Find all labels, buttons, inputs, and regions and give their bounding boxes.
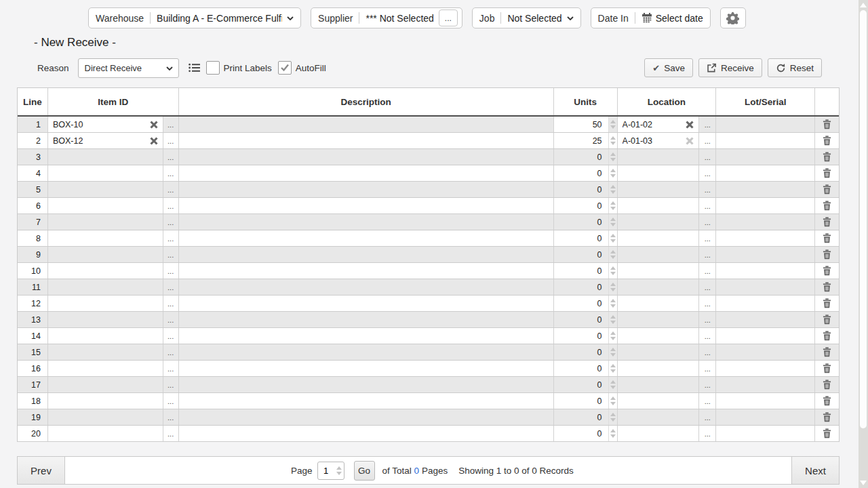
item-id-input[interactable] xyxy=(48,312,163,327)
units-spinner[interactable] xyxy=(608,263,618,279)
autofill-checkbox[interactable] xyxy=(278,61,292,75)
description-input[interactable] xyxy=(179,409,553,425)
description-input[interactable] xyxy=(179,328,553,344)
item-id-input[interactable] xyxy=(48,198,163,214)
spin-down-icon[interactable] xyxy=(610,288,616,291)
description-input[interactable] xyxy=(179,377,553,392)
spin-up-icon[interactable] xyxy=(610,413,616,416)
lot-serial-input[interactable] xyxy=(716,279,814,295)
spin-down-icon[interactable] xyxy=(610,190,616,194)
location-browse-button[interactable]: ... xyxy=(699,230,716,246)
lot-serial-input[interactable] xyxy=(716,247,814,262)
units-spinner[interactable] xyxy=(608,149,618,165)
description-input[interactable] xyxy=(179,165,553,181)
delete-row-button[interactable] xyxy=(815,361,839,376)
units-spinner[interactable] xyxy=(608,117,618,132)
item-browse-button[interactable]: ... xyxy=(163,133,179,148)
units-spinner[interactable] xyxy=(608,312,618,327)
delete-row-button[interactable] xyxy=(815,247,839,262)
scroll-down-icon[interactable] xyxy=(860,481,867,485)
delete-row-button[interactable] xyxy=(815,230,839,246)
spin-down-icon[interactable] xyxy=(610,174,616,178)
spin-down-icon[interactable] xyxy=(610,337,616,340)
spin-down-icon[interactable] xyxy=(610,256,616,259)
location-browse-button[interactable]: ... xyxy=(699,328,716,344)
units-input[interactable] xyxy=(554,165,608,181)
lot-serial-input[interactable] xyxy=(716,296,814,311)
units-spinner[interactable] xyxy=(608,182,618,197)
location-browse-button[interactable]: ... xyxy=(699,312,716,327)
units-spinner[interactable] xyxy=(608,426,618,441)
date-picker[interactable]: Select date xyxy=(642,13,703,24)
description-input[interactable] xyxy=(179,247,553,262)
spin-up-icon[interactable] xyxy=(610,185,616,188)
reason-list-icon[interactable] xyxy=(189,63,200,73)
location-browse-button[interactable]: ... xyxy=(699,361,716,376)
units-input[interactable] xyxy=(554,312,608,327)
item-id-input[interactable] xyxy=(48,361,163,376)
description-input[interactable] xyxy=(179,149,553,165)
lot-serial-input[interactable] xyxy=(716,263,814,279)
item-clear-button[interactable] xyxy=(149,136,159,146)
item-browse-button[interactable]: ... xyxy=(163,393,179,409)
location-browse-button[interactable]: ... xyxy=(699,182,716,197)
spin-up-icon[interactable] xyxy=(610,234,616,237)
delete-row-button[interactable] xyxy=(815,328,839,344)
spin-up-icon[interactable] xyxy=(610,429,616,432)
item-browse-button[interactable]: ... xyxy=(163,247,179,262)
item-clear-button[interactable] xyxy=(149,119,159,130)
item-browse-button[interactable]: ... xyxy=(163,344,179,360)
spin-up-icon[interactable] xyxy=(610,169,616,172)
location-input[interactable] xyxy=(618,344,699,360)
lot-serial-input[interactable] xyxy=(716,214,814,230)
location-browse-button[interactable]: ... xyxy=(699,344,716,360)
item-id-input[interactable] xyxy=(48,377,163,392)
lot-serial-input[interactable] xyxy=(716,117,814,132)
units-input[interactable] xyxy=(554,328,608,344)
units-input[interactable] xyxy=(554,214,608,230)
print-labels-checkbox[interactable] xyxy=(206,61,220,75)
lot-serial-input[interactable] xyxy=(716,393,814,409)
units-input[interactable] xyxy=(554,230,608,246)
page-number-input[interactable] xyxy=(318,462,334,479)
location-browse-button[interactable]: ... xyxy=(699,263,716,279)
spin-up-icon[interactable] xyxy=(610,120,616,123)
location-browse-button[interactable]: ... xyxy=(699,247,716,262)
location-browse-button[interactable]: ... xyxy=(699,149,716,165)
description-input[interactable] xyxy=(179,361,553,376)
item-browse-button[interactable]: ... xyxy=(163,312,179,327)
item-id-input[interactable] xyxy=(48,279,163,295)
spin-up-icon[interactable] xyxy=(610,266,616,270)
description-input[interactable] xyxy=(179,312,553,327)
units-spinner[interactable] xyxy=(608,165,618,181)
item-id-input[interactable] xyxy=(48,263,163,279)
item-id-input[interactable] xyxy=(48,149,163,165)
spin-down-icon[interactable] xyxy=(610,321,616,324)
delete-row-button[interactable] xyxy=(815,312,839,327)
units-input[interactable] xyxy=(554,409,608,425)
spin-down-icon[interactable] xyxy=(610,304,616,308)
delete-row-button[interactable] xyxy=(815,182,839,197)
units-spinner[interactable] xyxy=(608,247,618,262)
description-input[interactable] xyxy=(179,344,553,360)
location-input[interactable] xyxy=(618,393,699,409)
location-input[interactable] xyxy=(618,361,699,376)
units-spinner[interactable] xyxy=(608,214,618,230)
item-browse-button[interactable]: ... xyxy=(163,426,179,441)
units-input[interactable] xyxy=(554,361,608,376)
spin-down-icon[interactable] xyxy=(610,386,616,389)
units-input[interactable] xyxy=(554,133,608,148)
item-browse-button[interactable]: ... xyxy=(163,149,179,165)
units-spinner[interactable] xyxy=(608,230,618,246)
location-clear-button[interactable] xyxy=(684,136,695,146)
item-id-input[interactable] xyxy=(48,426,163,441)
save-button[interactable]: ✔ Save xyxy=(644,58,693,77)
description-input[interactable] xyxy=(179,426,553,441)
item-browse-button[interactable]: ... xyxy=(163,198,179,214)
delete-row-button[interactable] xyxy=(815,296,839,311)
spin-up-icon[interactable] xyxy=(610,364,616,367)
delete-row-button[interactable] xyxy=(815,344,839,360)
job-select[interactable]: Not Selected xyxy=(507,13,573,24)
spin-up-icon[interactable] xyxy=(610,250,616,253)
description-input[interactable] xyxy=(179,198,553,214)
